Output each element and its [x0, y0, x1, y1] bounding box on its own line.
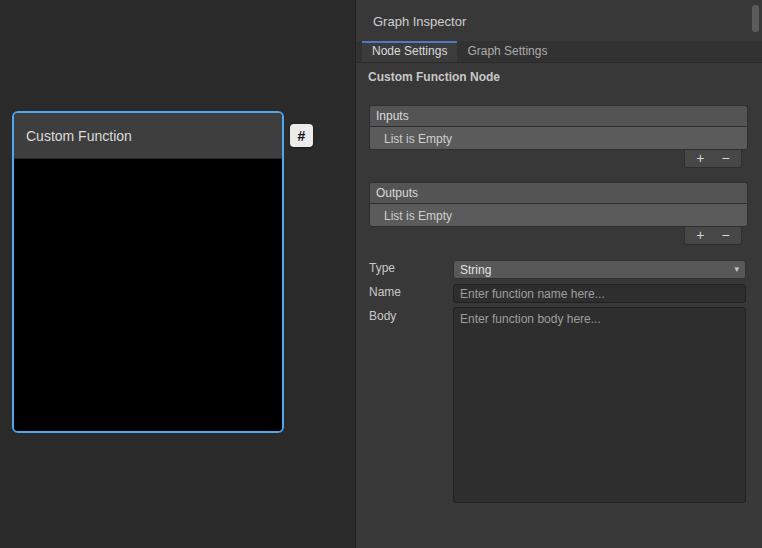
- graph-inspector-panel: Graph Inspector Node Settings Graph Sett…: [355, 0, 762, 548]
- body-label: Body: [369, 309, 396, 323]
- node-title: Custom Function: [26, 128, 132, 144]
- inputs-list-header: Inputs: [369, 105, 748, 126]
- hash-badge-icon[interactable]: #: [290, 124, 313, 147]
- custom-function-node[interactable]: Custom Function: [12, 111, 284, 433]
- inputs-remove-button[interactable]: −: [716, 151, 736, 166]
- chevron-down-icon: ▾: [734, 265, 739, 274]
- graph-canvas[interactable]: Custom Function #: [0, 0, 355, 548]
- name-label: Name: [369, 285, 401, 299]
- vertical-scrollbar[interactable]: [751, 0, 761, 548]
- outputs-remove-button[interactable]: −: [716, 228, 736, 243]
- inputs-add-button[interactable]: +: [690, 151, 710, 166]
- type-dropdown-value: String: [460, 263, 491, 277]
- function-body-textarea[interactable]: [453, 307, 746, 503]
- scrollbar-thumb[interactable]: [752, 5, 759, 32]
- outputs-list-header: Outputs: [369, 182, 748, 203]
- panel-title: Graph Inspector: [373, 14, 466, 29]
- outputs-add-button[interactable]: +: [690, 228, 710, 243]
- type-label: Type: [369, 261, 395, 275]
- function-name-input[interactable]: [453, 284, 746, 303]
- inspector-tabs: Node Settings Graph Settings: [356, 41, 762, 63]
- outputs-list: Outputs List is Empty + −: [369, 182, 748, 227]
- inputs-list: Inputs List is Empty + −: [369, 105, 748, 150]
- inputs-list-footer: + −: [684, 150, 742, 168]
- section-title: Custom Function Node: [368, 70, 500, 84]
- outputs-empty-row: List is Empty: [369, 203, 748, 227]
- tab-graph-settings[interactable]: Graph Settings: [457, 41, 557, 62]
- node-preview: [14, 159, 282, 431]
- inputs-empty-row: List is Empty: [369, 126, 748, 150]
- type-dropdown[interactable]: String ▾: [453, 260, 746, 279]
- outputs-list-footer: + −: [684, 227, 742, 245]
- tab-node-settings[interactable]: Node Settings: [362, 41, 457, 62]
- node-title-bar[interactable]: Custom Function: [14, 113, 282, 159]
